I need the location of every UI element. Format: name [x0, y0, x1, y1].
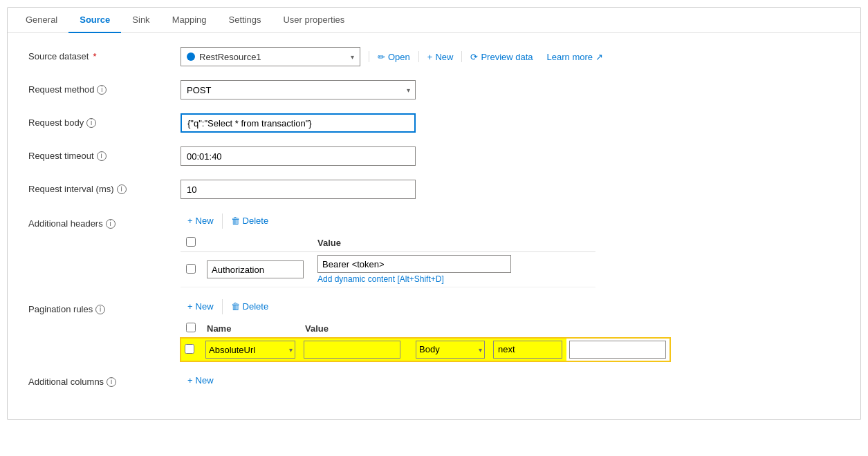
tab-bar: General Source Sink Mapping Settings Use…	[8, 8, 860, 33]
tab-source[interactable]: Source	[68, 8, 121, 33]
tab-settings[interactable]: Settings	[218, 8, 273, 33]
toolbar-separator-2	[222, 299, 223, 314]
request-body-row: Request body i	[28, 113, 840, 135]
request-interval-label: Request interval (ms) i	[28, 180, 181, 194]
pagination-rules-row: Pagination rules i + New 🗑 Delete	[28, 298, 840, 361]
pagination-table: Name Value AbsoluteUrl NextLink	[181, 320, 670, 361]
pagination-row-checkbox[interactable]	[185, 344, 194, 354]
source-dataset-label: Source dataset *	[28, 47, 181, 61]
additional-headers-row: Additional headers i + New 🗑 Delete	[28, 213, 840, 287]
main-container: General Source Sink Mapping Settings Use…	[7, 7, 861, 420]
delete-icon: 🗑	[231, 216, 240, 226]
request-method-select[interactable]: POST GET PUT DELETE	[181, 80, 416, 99]
request-timeout-input[interactable]	[181, 146, 416, 166]
dataset-icon	[187, 53, 195, 61]
pagination-value-col-header: Value	[299, 320, 405, 338]
tab-general[interactable]: General	[15, 8, 68, 33]
pagination-value-select[interactable]: Body Header	[416, 341, 485, 359]
additional-headers-section: + New 🗑 Delete Value	[181, 213, 840, 287]
request-body-info-icon: i	[86, 118, 96, 128]
pagination-row: AbsoluteUrl NextLink RequestBody	[181, 338, 670, 362]
pencil-icon: ✏	[378, 52, 385, 62]
header-value-input[interactable]	[317, 255, 511, 273]
pagination-rules-info-icon: i	[95, 305, 105, 314]
pagination-delete-button[interactable]: 🗑 Delete	[224, 298, 276, 314]
learn-more-link[interactable]: Learn more ↗	[547, 52, 603, 62]
toolbar-separator	[222, 213, 223, 229]
additional-headers-label: Additional headers i	[28, 213, 181, 229]
pagination-extra-input[interactable]	[569, 341, 666, 359]
pagination-rules-section: + New 🗑 Delete Name Value	[181, 298, 840, 361]
select-all-pagination-checkbox[interactable]	[186, 323, 196, 332]
request-interval-control	[181, 180, 840, 199]
dataset-name: RestResource1	[199, 52, 347, 62]
request-interval-input[interactable]	[181, 180, 416, 199]
additional-headers-info-icon: i	[106, 219, 116, 229]
request-method-info-icon: i	[97, 85, 107, 95]
plus-icon: +	[427, 52, 433, 62]
content-area: Source dataset * RestResource1 ▾ ✏ Open	[8, 33, 860, 419]
request-method-label: Request method i	[28, 80, 181, 95]
preview-data-link[interactable]: ⟳ Preview data	[470, 52, 533, 62]
new-dataset-link[interactable]: + New	[427, 52, 454, 62]
additional-headers-new-button[interactable]: + New	[181, 213, 221, 229]
separator-3	[461, 51, 462, 62]
request-timeout-label: Request timeout i	[28, 146, 181, 161]
additional-columns-label: Additional columns i	[28, 372, 181, 387]
tab-user-properties[interactable]: User properties	[272, 8, 355, 33]
request-timeout-row: Request timeout i	[28, 146, 840, 169]
additional-columns-row: Additional columns i + New	[28, 372, 840, 395]
request-method-control: POST GET PUT DELETE ▾	[181, 80, 840, 99]
pagination-next-input[interactable]	[493, 341, 562, 359]
additional-columns-control: + New	[181, 372, 840, 388]
plus-icon: +	[187, 301, 193, 312]
request-body-label: Request body i	[28, 113, 181, 128]
plus-icon: +	[187, 216, 193, 226]
separator-2	[418, 51, 419, 62]
external-link-icon: ↗	[595, 52, 603, 62]
request-body-input[interactable]	[181, 113, 416, 133]
dataset-select[interactable]: RestResource1 ▾	[181, 47, 360, 66]
additional-headers-toolbar: + New 🗑 Delete	[181, 213, 840, 229]
pagination-value-select-wrapper: Body Header	[416, 341, 485, 359]
header-row: Add dynamic content [Alt+Shift+D]	[181, 252, 595, 287]
pagination-new-button[interactable]: + New	[181, 298, 221, 314]
value-col-header: Value	[312, 234, 595, 252]
plus-icon: +	[187, 375, 193, 386]
name-col-header	[201, 234, 312, 252]
additional-headers-delete-button[interactable]: 🗑 Delete	[224, 213, 276, 229]
header-row-checkbox[interactable]	[186, 264, 196, 274]
open-link[interactable]: ✏ Open	[378, 52, 410, 62]
header-value-cell: Add dynamic content [Alt+Shift+D]	[317, 255, 590, 284]
request-method-select-wrapper: POST GET PUT DELETE ▾	[181, 80, 416, 99]
add-dynamic-content-link[interactable]: Add dynamic content [Alt+Shift+D]	[317, 274, 590, 284]
additional-columns-info-icon: i	[107, 377, 116, 387]
pagination-rules-label: Pagination rules i	[28, 298, 181, 314]
request-interval-info-icon: i	[117, 184, 127, 194]
additional-headers-table: Value Add dynamic con	[181, 234, 595, 287]
request-method-row: Request method i POST GET PUT DELETE ▾	[28, 80, 840, 102]
source-dataset-control: RestResource1 ▾ ✏ Open + New	[181, 47, 840, 66]
tab-mapping[interactable]: Mapping	[161, 8, 218, 33]
pagination-name-col-header: Name	[201, 320, 299, 338]
header-name-input[interactable]	[207, 260, 304, 278]
request-body-control	[181, 113, 840, 133]
request-interval-row: Request interval (ms) i	[28, 180, 840, 202]
source-dataset-row: Source dataset * RestResource1 ▾ ✏ Open	[28, 47, 840, 69]
request-timeout-control	[181, 146, 840, 166]
dataset-row: RestResource1 ▾ ✏ Open + New	[181, 47, 840, 66]
tab-sink[interactable]: Sink	[121, 8, 160, 33]
request-timeout-info-icon: i	[97, 151, 107, 161]
additional-columns-new-button[interactable]: + New	[181, 372, 221, 388]
select-all-headers-checkbox[interactable]	[186, 237, 196, 247]
preview-icon: ⟳	[470, 52, 478, 62]
chevron-down-icon: ▾	[351, 53, 354, 61]
pagination-name-select-wrapper: AbsoluteUrl NextLink RequestBody	[205, 341, 295, 359]
pagination-toolbar: + New 🗑 Delete	[181, 298, 840, 314]
delete-icon: 🗑	[231, 301, 240, 312]
pagination-name-select[interactable]: AbsoluteUrl NextLink RequestBody	[205, 341, 295, 359]
separator-1	[369, 51, 369, 62]
pagination-intermediate-input[interactable]	[304, 341, 400, 359]
